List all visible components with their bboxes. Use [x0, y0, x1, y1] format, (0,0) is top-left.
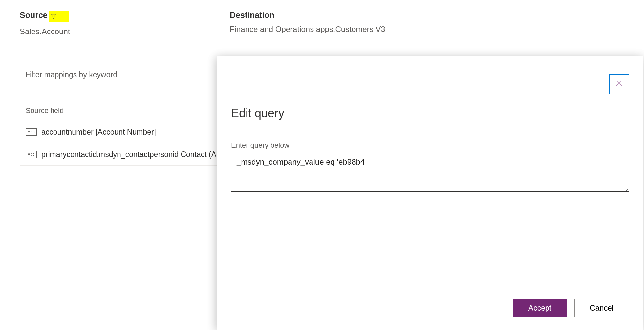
close-button[interactable]	[609, 74, 629, 94]
source-label: Source	[20, 11, 48, 20]
query-input[interactable]	[231, 153, 629, 192]
header-row: Source Sales.Account Destination Finance…	[20, 11, 624, 36]
destination-column: Destination Finance and Operations apps.…	[230, 11, 624, 34]
cancel-button[interactable]: Cancel	[574, 299, 629, 317]
source-column: Source Sales.Account	[20, 11, 230, 36]
filter-icon-highlight	[49, 11, 69, 22]
modal-footer: Accept Cancel	[231, 289, 629, 330]
text-type-icon: Abc	[26, 128, 37, 136]
modal-spacer	[231, 192, 629, 289]
accept-button[interactable]: Accept	[513, 299, 567, 317]
filter-icon[interactable]	[50, 13, 57, 20]
modal-title: Edit query	[231, 106, 629, 120]
query-label: Enter query below	[231, 141, 629, 150]
page-root: Source Sales.Account Destination Finance…	[0, 0, 644, 330]
destination-label: Destination	[230, 11, 274, 20]
destination-value: Finance and Operations apps.Customers V3	[230, 25, 624, 34]
text-type-icon: Abc	[26, 151, 37, 158]
close-icon	[615, 80, 623, 89]
source-value: Sales.Account	[20, 27, 230, 36]
edit-query-panel: Edit query Enter query below Accept Canc…	[217, 56, 643, 330]
